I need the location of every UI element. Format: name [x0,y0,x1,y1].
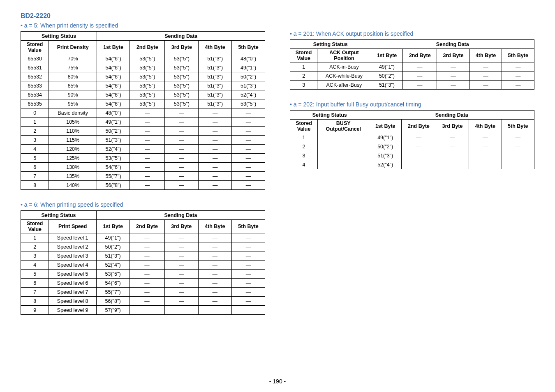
table-cell: Speed level 2 [49,242,97,251]
table-cell: 52("4") [369,160,402,169]
table-cell: 3 [21,136,49,145]
table-cell: ― [164,279,198,288]
table-cell: ― [130,279,165,288]
column-header: ACK OutputPosition [317,49,371,62]
table-cell: 57("9") [96,306,129,315]
column-header: 3rd Byte [437,49,469,62]
table-cell: 50("2") [97,127,130,136]
table-cell: ― [165,118,199,127]
column-header: 1st Byte [97,41,130,54]
table-row: 3ACK-after-Busy51("3")―――― [290,81,534,90]
table-cell: 2 [21,127,49,136]
table-cell: ― [130,181,165,190]
table-a201-wrap: • a = 201: When ACK output position is s… [290,30,534,90]
table-cell: 1 [290,133,318,142]
header-setting-status: Setting Status [21,32,97,41]
column-header: 4th Byte [199,41,232,54]
table-cell: 50("2") [96,242,129,251]
table-cell: 5 [21,270,49,279]
table-cell: 50("2") [371,71,403,81]
table-cell: 49("1") [96,233,129,242]
table-cell: 65533 [21,81,49,90]
table-cell: 80% [49,72,97,81]
table-cell: ― [198,270,231,279]
table-row: 9Speed level 957("9") [21,306,265,315]
table-cell: ― [232,136,265,145]
table-cell: 54("6") [97,54,130,63]
table-cell: ― [231,270,265,279]
table-cell: ― [401,133,436,142]
table-cell: 56("8") [97,181,130,190]
table-cell: 7 [21,288,49,297]
table-cell: 85% [49,81,97,90]
table-cell: ― [231,242,265,251]
table-a202: Setting StatusSending DataStoredValueBUS… [290,110,534,169]
table-cell: ― [130,172,165,181]
table-row: 4Speed level 452("4")―――― [21,261,265,270]
table-row: 7Speed level 755("7")―――― [21,288,265,297]
table-cell: 54("6") [97,81,130,90]
column-header: StoredValue [290,49,317,62]
table-cell: 54("6") [97,163,130,172]
column-header: BUSYOutput/Cancel [318,120,369,133]
table-cell: ― [130,251,165,261]
table-cell: 4 [290,160,318,169]
table-cell: ― [232,163,265,172]
table-row: 5125%53("5")―――― [21,154,265,163]
table-cell: ― [401,151,436,160]
table-cell: ― [165,127,199,136]
table-a201: Setting StatusSending DataStoredValueACK… [290,39,534,90]
table-cell: 48("0") [232,54,265,63]
table-cell: 75% [49,63,97,72]
table-cell: ― [199,172,232,181]
table-cell: 53("5") [165,72,199,81]
table-cell: ― [231,261,265,270]
table-cell: ― [130,163,165,172]
table-cell: 2 [21,242,49,251]
column-header: 4th Byte [198,220,231,233]
table-cell: ― [199,145,232,154]
table-row: 452("4") [290,160,534,169]
table-cell: Speed level 6 [49,279,97,288]
table-cell: 50("2") [369,142,402,151]
table-cell: ― [232,127,265,136]
table-cell: 53("5") [130,63,165,72]
left-column: • a = 5: When print density is specified… [21,21,265,326]
table-cell [318,142,369,151]
table-cell: ― [130,118,165,127]
table-cell: 54("6") [97,63,130,72]
header-sending-data: Sending Data [369,111,534,120]
table-cell: ― [436,151,469,160]
header-sending-data: Sending Data [97,32,265,41]
table-cell: ― [198,233,231,242]
table-cell: ― [469,142,502,151]
table-cell: ― [198,242,231,251]
table-cell: ― [436,133,469,142]
table-cell: 53("5") [165,54,199,63]
table-cell [318,151,369,160]
table-cell: ACK-in-Busy [317,62,371,71]
table-cell: Basic density [49,108,97,118]
table-cell: ― [469,151,502,160]
table-cell: 53("5") [165,99,199,108]
table-cell: 51("3") [199,72,232,81]
table-cell: 53("5") [232,99,265,108]
table-cell: 56("8") [96,297,129,306]
table-cell: ― [232,172,265,181]
table-cell: ― [231,233,265,242]
table-cell [198,306,231,315]
table-cell: ― [231,297,265,306]
column-header: 3rd Byte [165,41,199,54]
table-cell: ― [130,136,165,145]
table-row: 1105%49("1")―――― [21,118,265,127]
table-cell: ― [502,62,534,71]
table-cell: 51("3") [199,99,232,108]
table-cell: 49("1") [371,62,403,71]
table-row: 250("2")―――― [290,142,534,151]
table-row: 2Speed level 250("2")―――― [21,242,265,251]
table-cell: 51("3") [232,81,265,90]
table-row: 6553280%54("6")53("5")53("5")51("3")50("… [21,72,265,81]
table-cell: 7 [21,172,49,181]
table-cell: 0 [21,108,49,118]
column-header: 3rd Byte [164,220,198,233]
